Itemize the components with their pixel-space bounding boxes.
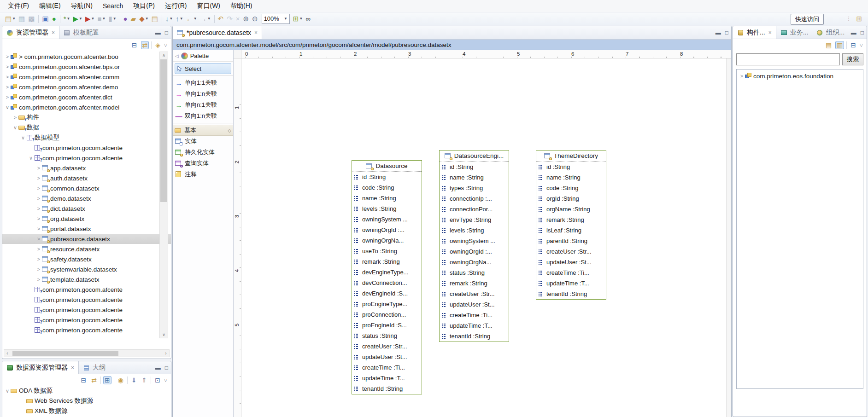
scroll-right-icon[interactable]: › [163, 351, 169, 356]
tree-item[interactable]: Web Services 数据源 [2, 396, 171, 406]
refresh-icon[interactable]: ⊡ [153, 376, 162, 384]
entity-attribute[interactable]: levels :String [440, 225, 509, 236]
entity-title[interactable]: Datasource [352, 161, 422, 172]
palette-entity-tool[interactable]: 注释 [173, 169, 233, 180]
entity-attribute[interactable]: connectionPor... [440, 204, 509, 214]
minimize-icon[interactable]: ▬ [155, 29, 161, 36]
toolbar-icon[interactable]: ↑▼ [174, 14, 184, 24]
entity-attribute[interactable]: tenantId :String [440, 331, 509, 342]
expander-icon[interactable]: > [4, 74, 11, 80]
toolbar-icon[interactable]: ⊖ [251, 14, 260, 24]
tree-item[interactable]: > com.primeton.gocom.afcenter.dict [2, 92, 171, 102]
tree-item[interactable]: com.primeton.gocom.afcente [2, 325, 171, 335]
maximize-icon[interactable]: □ [725, 29, 728, 36]
entity-attribute[interactable]: createUser :Str... [536, 246, 606, 257]
collapse-palette-icon[interactable]: ◁ [175, 53, 179, 58]
tree-item[interactable]: > resource.datasetx [2, 244, 171, 254]
entity-attribute[interactable]: owningOrgNa... [352, 235, 422, 246]
export-icon[interactable]: ⇑ [141, 376, 149, 384]
tree-item[interactable]: ∨ ODA 数据源 [2, 386, 171, 396]
tree-item[interactable]: > app.datasetx [2, 163, 171, 173]
expander-icon[interactable]: > [35, 277, 42, 282]
toolbar-icon[interactable] [60, 15, 60, 23]
palette-relation-tool[interactable]: → 单向n:1关联 [173, 99, 233, 110]
palette-entity-tool[interactable]: 实体 [173, 136, 233, 147]
toolbar-icon[interactable] [214, 15, 215, 23]
entity-attribute[interactable]: isLeaf :String [536, 225, 606, 236]
toolbar-icon[interactable]: ▦ [17, 14, 27, 24]
tree-item[interactable]: > portal.datasetx [2, 224, 171, 234]
toolbar-icon[interactable]: ▤ [150, 14, 160, 24]
expander-icon[interactable]: > [739, 73, 745, 79]
toolbar-icon[interactable]: ▶▼ [84, 14, 96, 24]
entity-attribute[interactable]: devEngineId :S... [352, 288, 422, 299]
entity-attribute[interactable]: orgName :String [536, 204, 606, 214]
expander-icon[interactable]: ∨ [4, 104, 11, 110]
expander-icon[interactable]: > [35, 165, 42, 171]
expander-icon[interactable]: > [35, 196, 42, 201]
toolbar-icon[interactable]: ▰ [129, 14, 138, 24]
expander-icon[interactable]: ∨ [12, 125, 18, 131]
expander-icon[interactable]: > [35, 256, 42, 262]
entity-attribute[interactable]: remark :String [352, 256, 422, 267]
toolbar-icon[interactable] [38, 15, 39, 23]
entity-attribute[interactable]: proConnection... [352, 309, 422, 320]
tree-item[interactable]: com.primeton.gocom.afcente [2, 315, 171, 325]
entity-box-datasource-engine[interactable]: DatasourceEngi... id :String [439, 150, 509, 342]
expander-icon[interactable]: ∨ [20, 135, 26, 141]
maximize-icon[interactable]: □ [165, 29, 168, 36]
focus-icon[interactable]: ◈ [154, 41, 162, 49]
entity-attribute[interactable]: id :String [352, 172, 422, 182]
entity-attribute[interactable]: envType :String [440, 214, 509, 225]
expander-icon[interactable]: > [4, 94, 11, 100]
entity-attribute[interactable]: tenantId :String [352, 383, 422, 394]
minimize-icon[interactable]: ▬ [851, 29, 856, 36]
entity-attribute[interactable]: devEngineType... [352, 267, 422, 278]
menu-item[interactable]: 编辑(E) [34, 0, 66, 12]
menu-item[interactable]: 帮助(H) [225, 0, 257, 12]
expander-icon[interactable]: > [12, 115, 18, 120]
entity-attribute[interactable]: id :String [440, 162, 509, 172]
palette-relation-tool[interactable]: — 双向1:n关联 [173, 110, 233, 122]
scrollbar-thumb[interactable] [12, 351, 118, 356]
tree-item[interactable]: ∨ 数据 [2, 122, 171, 133]
breadcrumb[interactable]: com.primeton.gocom.afcenter.model/src/co… [173, 40, 731, 50]
import-icon[interactable]: ⇓ [130, 376, 138, 384]
entity-attribute[interactable]: code :String [536, 183, 606, 193]
entity-box-datasource[interactable]: Datasource id :String [352, 160, 422, 394]
palette-category-basic[interactable]: 基本 ◇ [173, 125, 233, 136]
scroll-up-icon[interactable]: ∧ [160, 53, 168, 58]
toolbar-icon[interactable]: ● [122, 14, 129, 24]
expander-icon[interactable]: > [35, 236, 42, 242]
close-icon[interactable]: × [52, 29, 55, 36]
entity-attribute[interactable]: updateUser :St... [440, 299, 509, 310]
toolbar-icon[interactable]: ● [51, 14, 58, 24]
view-menu-icon[interactable]: ▽ [860, 43, 863, 47]
minimize-icon[interactable]: ▬ [155, 365, 161, 371]
tree-item[interactable]: ∨ com.primeton.gocom.afcente [2, 153, 171, 163]
canvas-scrollbar[interactable] [726, 58, 731, 417]
toolbar-icon[interactable]: ↷ [225, 14, 235, 24]
palette-entity-tool[interactable]: 查询实体 [173, 158, 233, 169]
toolbar-icon[interactable]: ↶ [217, 14, 226, 24]
tree-item[interactable]: > com.primeton.gocom.afcenter.comm [2, 72, 171, 82]
view-menu-icon[interactable]: ▽ [164, 43, 167, 47]
entity-title[interactable]: DatasourceEngi... [440, 151, 509, 162]
entity-box-theme-directory[interactable]: ThemeDirectory id :String [536, 150, 606, 300]
tree-item[interactable]: com.primeton.gocom.afcente [2, 305, 171, 315]
toolbar-icon[interactable]: ▶▼ [72, 14, 84, 24]
toolbar-icon[interactable]: ▣ [41, 14, 50, 24]
scroll-left-icon[interactable]: ‹ [4, 351, 11, 356]
close-icon[interactable]: × [71, 365, 74, 371]
link-icon[interactable]: ⇄ [90, 376, 98, 384]
tree-item[interactable]: > common.datasetx [2, 183, 171, 193]
tab-datasource-explorer[interactable]: 数据源资源管理器 × [2, 361, 79, 374]
expander-icon[interactable]: > [4, 84, 11, 90]
quick-access-button[interactable]: 快速访问 [791, 14, 824, 25]
toolbar-icon[interactable] [162, 15, 162, 23]
tree-item[interactable]: > safety.datasetx [2, 254, 171, 264]
tree-item[interactable]: > org.datasetx [2, 214, 171, 224]
minimize-icon[interactable]: ▬ [716, 29, 721, 36]
menu-item[interactable]: 运行(R) [160, 0, 192, 12]
menu-item[interactable]: Search [98, 1, 128, 11]
